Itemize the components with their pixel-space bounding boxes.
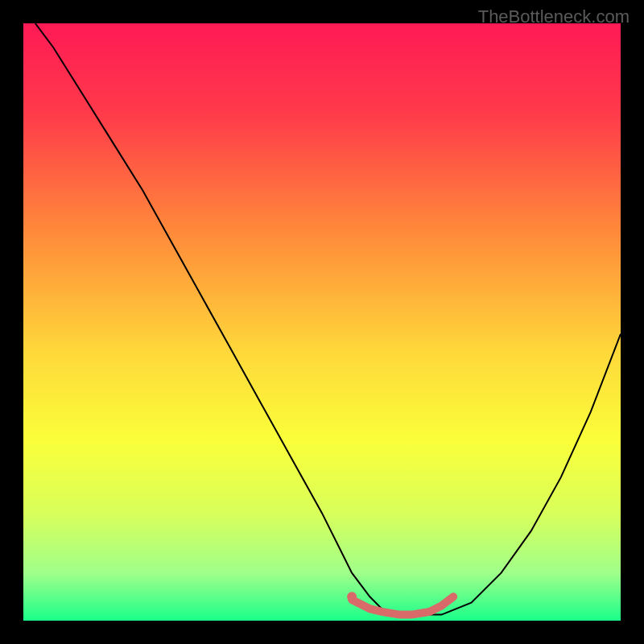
optimal-marker-dot — [347, 592, 357, 601]
chart-svg — [23, 23, 621, 621]
chart-plot-area — [23, 23, 621, 621]
watermark-text: TheBottleneck.com — [478, 6, 630, 27]
